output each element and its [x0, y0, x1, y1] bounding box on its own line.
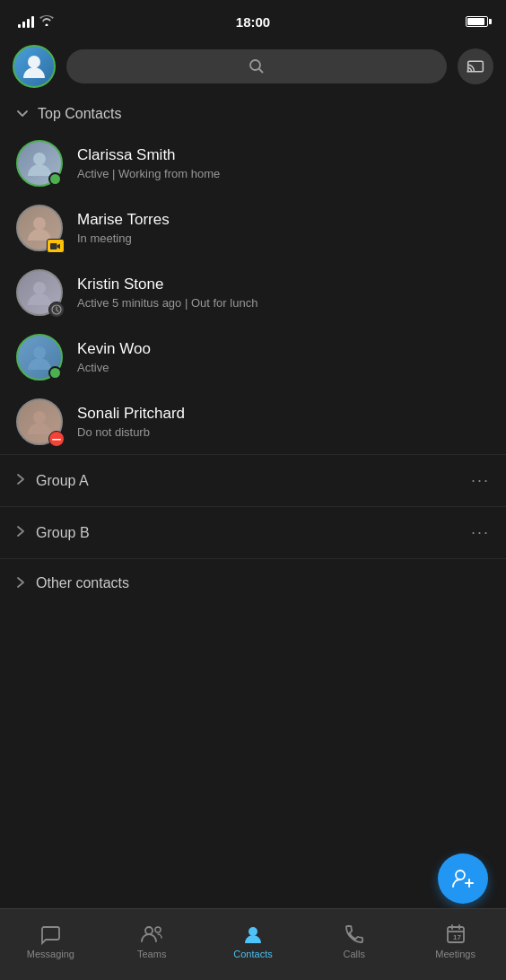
contact-item[interactable]: Clarissa Smith Active | Working from hom…	[0, 131, 506, 196]
search-bar[interactable]	[66, 49, 447, 83]
svg-point-15	[249, 927, 257, 936]
contact-name: Marise Torres	[77, 211, 490, 229]
contact-info: Marise Torres In meeting	[77, 211, 490, 245]
contacts-icon	[242, 923, 264, 945]
svg-point-13	[145, 927, 153, 934]
contact-info: Kristin Stone Active 5 minitus ago | Out…	[77, 276, 490, 310]
svg-point-7	[33, 282, 46, 294]
messaging-icon	[39, 923, 61, 945]
contact-name: Sonali Pritchard	[77, 405, 490, 423]
nav-messaging[interactable]: Messaging	[0, 923, 101, 959]
add-contact-button[interactable]	[438, 853, 488, 904]
group-name: Group B	[36, 525, 471, 541]
self-avatar[interactable]	[13, 45, 56, 88]
contact-name: Clarissa Smith	[77, 146, 490, 164]
battery-icon	[466, 16, 488, 27]
svg-point-12	[456, 871, 465, 879]
status-indicator	[48, 366, 62, 380]
top-contacts-title: Top Contacts	[38, 106, 121, 122]
svg-rect-6	[50, 243, 57, 249]
chevron-right-icon	[16, 576, 25, 591]
status-time: 18:00	[236, 14, 270, 30]
contact-item[interactable]: Kristin Stone Active 5 minitus ago | Out…	[0, 260, 506, 325]
more-options-button[interactable]: ···	[471, 471, 490, 490]
group-a-item[interactable]: Group A ···	[0, 454, 506, 506]
contact-list: Clarissa Smith Active | Working from hom…	[0, 131, 506, 454]
svg-point-5	[33, 217, 46, 230]
nav-calls[interactable]: Calls	[303, 923, 405, 959]
meeting-indicator	[47, 239, 65, 253]
svg-rect-2	[468, 61, 484, 72]
teams-icon	[140, 923, 163, 945]
svg-point-3	[467, 70, 469, 73]
chevron-right-icon	[16, 525, 25, 540]
other-contacts-label: Other contacts	[36, 575, 490, 591]
contact-info: Kevin Woo Active	[77, 340, 490, 374]
status-indicator	[48, 172, 62, 186]
nav-calls-label: Calls	[344, 949, 365, 959]
other-contacts-item[interactable]: Other contacts	[0, 558, 506, 608]
signal-area	[18, 13, 54, 30]
contact-name: Kristin Stone	[77, 276, 490, 293]
nav-meetings-label: Meetings	[435, 949, 475, 959]
away-indicator	[48, 302, 65, 318]
svg-point-9	[33, 346, 46, 359]
group-b-item[interactable]: Group B ···	[0, 506, 506, 558]
nav-messaging-label: Messaging	[27, 949, 74, 959]
top-contacts-header[interactable]: Top Contacts	[0, 93, 506, 131]
group-name: Group A	[36, 473, 471, 489]
svg-point-0	[28, 56, 40, 68]
contact-item[interactable]: Sonali Pritchard Do not disturb	[0, 389, 506, 454]
contact-info: Sonali Pritchard Do not disturb	[77, 405, 490, 439]
svg-point-4	[33, 153, 46, 165]
more-options-button[interactable]: ···	[471, 523, 490, 542]
wifi-icon	[39, 13, 54, 30]
contact-name: Kevin Woo	[77, 340, 490, 358]
header	[0, 39, 506, 93]
contact-status: In meeting	[77, 232, 490, 245]
nav-meetings[interactable]: 17 Meetings	[405, 923, 506, 959]
contact-status: Do not disturb	[77, 425, 490, 439]
nav-contacts[interactable]: Contacts	[203, 923, 304, 959]
svg-point-1	[250, 60, 260, 70]
nav-teams[interactable]: Teams	[101, 923, 203, 959]
status-bar: 18:00	[0, 0, 506, 39]
contact-status: Active | Working from home	[77, 167, 490, 180]
meetings-icon: 17	[445, 923, 467, 945]
calls-icon	[344, 923, 365, 945]
svg-point-14	[155, 927, 161, 932]
svg-rect-11	[52, 439, 61, 441]
bottom-nav: Messaging Teams Contacts Calls 17 Meetin	[0, 908, 506, 980]
contact-item[interactable]: Kevin Woo Active	[0, 325, 506, 389]
signal-icon	[18, 15, 34, 28]
nav-contacts-label: Contacts	[233, 949, 272, 959]
chevron-right-icon	[16, 473, 25, 488]
contact-status: Active	[77, 361, 490, 374]
cast-button[interactable]	[458, 48, 493, 84]
contact-info: Clarissa Smith Active | Working from hom…	[77, 146, 490, 180]
dnd-indicator	[48, 431, 65, 447]
chevron-down-icon	[16, 108, 29, 120]
contact-item[interactable]: Marise Torres In meeting	[0, 196, 506, 260]
svg-text:17: 17	[453, 933, 461, 941]
nav-teams-label: Teams	[137, 949, 166, 959]
contact-status: Active 5 minitus ago | Out for lunch	[77, 296, 490, 310]
svg-point-10	[33, 411, 46, 424]
